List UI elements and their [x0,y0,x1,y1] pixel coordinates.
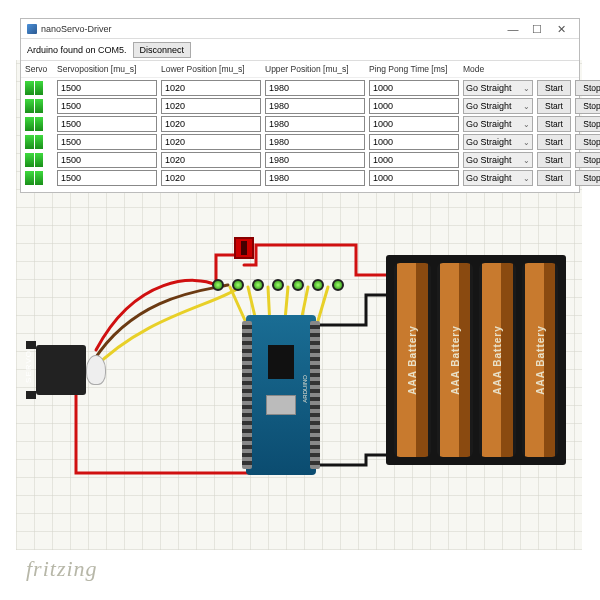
upper-position-input[interactable] [265,134,365,150]
titlebar: nanoServo-Driver — ☐ ✕ [21,19,579,39]
table-row: Go Straight⌄StartStop [25,80,575,96]
start-button[interactable]: Start [537,134,571,150]
servo-position-input[interactable] [57,80,157,96]
servo-position-input[interactable] [57,152,157,168]
table-row: Go Straight⌄StartStop [25,98,575,114]
table-header: Servo Servoposition [mu_s] Lower Positio… [21,61,579,78]
chevron-down-icon: ⌄ [523,156,530,165]
circuit-diagram: SERVO ARDUINO AAA Battery AAA Battery AA… [16,215,582,535]
wire-black [314,295,386,325]
servo-horn [86,355,106,385]
wire-black-2 [314,455,386,465]
col-ping: Ping Pong Time [ms] [369,64,459,74]
start-button[interactable]: Start [537,80,571,96]
status-bar: Arduino found on COM5. Disconnect [21,39,579,61]
start-button[interactable]: Start [537,152,571,168]
col-stop [575,64,600,74]
window-title: nanoServo-Driver [41,24,501,34]
app-icon [27,24,37,34]
upper-position-input[interactable] [265,170,365,186]
pin-icon [292,279,304,291]
stop-button[interactable]: Stop [575,80,600,96]
servo-position-input[interactable] [57,116,157,132]
servo-active-led [25,153,43,167]
wire-red-bottom [76,395,249,473]
ping-time-input[interactable] [369,98,459,114]
col-position: Servoposition [mu_s] [57,64,157,74]
lower-position-input[interactable] [161,80,261,96]
mode-select[interactable]: Go Straight⌄ [463,98,533,114]
ping-time-input[interactable] [369,116,459,132]
servo-mount-icon [26,391,36,399]
lower-position-input[interactable] [161,170,261,186]
table-row: Go Straight⌄StartStop [25,134,575,150]
mode-select[interactable]: Go Straight⌄ [463,152,533,168]
pin-icon [212,279,224,291]
header-pins [212,275,352,295]
disconnect-button[interactable]: Disconnect [133,42,192,58]
nano-usb-icon [266,395,296,415]
servo-active-led [25,171,43,185]
upper-position-input[interactable] [265,116,365,132]
chevron-down-icon: ⌄ [523,138,530,147]
start-button[interactable]: Start [537,98,571,114]
col-servo: Servo [25,64,53,74]
pin-icon [272,279,284,291]
ping-time-input[interactable] [369,152,459,168]
pin-icon [232,279,244,291]
chevron-down-icon: ⌄ [523,120,530,129]
table-body: Go Straight⌄StartStopGo Straight⌄StartSt… [21,78,579,192]
servo-active-led [25,117,43,131]
close-button[interactable]: ✕ [549,19,573,39]
lower-position-input[interactable] [161,152,261,168]
col-start [537,64,571,74]
ping-time-input[interactable] [369,134,459,150]
servo-label: SERVO [24,350,33,383]
servo-position-input[interactable] [57,134,157,150]
nano-pins-left [242,321,252,469]
stop-button[interactable]: Stop [575,170,600,186]
servo-position-input[interactable] [57,98,157,114]
battery-cell: AAA Battery [479,263,516,457]
servo-position-input[interactable] [57,170,157,186]
table-row: Go Straight⌄StartStop [25,170,575,186]
mode-select[interactable]: Go Straight⌄ [463,116,533,132]
arduino-nano: ARDUINO [246,315,316,475]
stop-button[interactable]: Stop [575,152,600,168]
servo-body [36,345,86,395]
nano-chip-icon [268,345,294,379]
nano-pins-right [310,321,320,469]
stop-button[interactable]: Stop [575,98,600,114]
upper-position-input[interactable] [265,98,365,114]
mode-select[interactable]: Go Straight⌄ [463,134,533,150]
ping-time-input[interactable] [369,80,459,96]
start-button[interactable]: Start [537,170,571,186]
app-window: nanoServo-Driver — ☐ ✕ Arduino found on … [20,18,580,193]
battery-cell: AAA Battery [394,263,431,457]
upper-position-input[interactable] [265,152,365,168]
ping-time-input[interactable] [369,170,459,186]
battery-cell: AAA Battery [437,263,474,457]
wire-brown [94,285,228,360]
mode-select[interactable]: Go Straight⌄ [463,80,533,96]
lower-position-input[interactable] [161,116,261,132]
start-button[interactable]: Start [537,116,571,132]
col-mode: Mode [463,64,533,74]
mode-select[interactable]: Go Straight⌄ [463,170,533,186]
lower-position-input[interactable] [161,134,261,150]
upper-position-input[interactable] [265,80,365,96]
power-switch [234,237,254,259]
table-row: Go Straight⌄StartStop [25,152,575,168]
servo-active-led [25,99,43,113]
pin-icon [332,279,344,291]
chevron-down-icon: ⌄ [523,102,530,111]
minimize-button[interactable]: — [501,19,525,39]
servo-motor: SERVO [26,335,96,405]
chevron-down-icon: ⌄ [523,174,530,183]
stop-button[interactable]: Stop [575,116,600,132]
col-lower: Lower Position [mu_s] [161,64,261,74]
stop-button[interactable]: Stop [575,134,600,150]
maximize-button[interactable]: ☐ [525,19,549,39]
servo-active-led [25,81,43,95]
lower-position-input[interactable] [161,98,261,114]
